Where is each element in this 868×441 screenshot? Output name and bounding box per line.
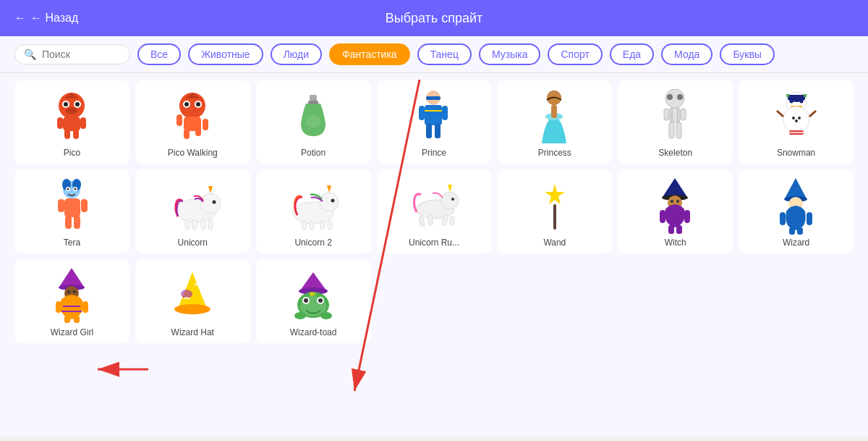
sprite-pico[interactable]: Pico [14, 80, 129, 164]
svg-point-24 [306, 116, 320, 127]
svg-marker-87 [327, 185, 331, 193]
svg-rect-75 [65, 216, 72, 229]
svg-point-39 [667, 94, 673, 100]
header: ← ← Назад Выбрать спрайт [0, 0, 868, 36]
sprite-unicorn-running[interactable]: Unicorn Ru... [377, 169, 492, 253]
sprite-unicorn2-label: Unicorn 2 [294, 238, 331, 248]
sprite-snowman[interactable]: Snowman [739, 80, 854, 164]
sprite-tera[interactable]: Tera [14, 169, 129, 253]
filter-fashion[interactable]: Мода [661, 43, 712, 65]
filter-people[interactable]: Люди [271, 43, 322, 65]
sprite-pico-walking[interactable]: Pico Walking [135, 80, 250, 164]
sprite-wizard[interactable]: Wizard [739, 169, 854, 253]
sprite-unicorn-running-label: Unicorn Ru... [409, 238, 459, 248]
sprite-grid: Pico Pico Walking [14, 80, 854, 343]
sprite-pico-walking-label: Pico Walking [168, 148, 218, 158]
filter-letters[interactable]: Буквы [720, 43, 775, 65]
sprite-potion-image [295, 88, 331, 145]
sprite-snowman-label: Snowman [777, 148, 815, 158]
sprite-princess-label: Princess [538, 148, 571, 158]
svg-rect-130 [74, 316, 80, 323]
svg-rect-128 [82, 301, 88, 313]
svg-point-80 [213, 201, 216, 204]
sprite-wizard-toad-label: Wizard-toad [290, 327, 337, 337]
filter-music[interactable]: Музыка [479, 43, 541, 65]
back-icon: ← [14, 12, 26, 25]
svg-rect-118 [789, 227, 795, 235]
filter-all[interactable]: Все [137, 43, 181, 65]
sprite-wand[interactable]: Wand [497, 169, 612, 253]
svg-marker-120 [59, 268, 84, 287]
svg-line-62 [809, 111, 816, 117]
svg-marker-101 [545, 184, 565, 204]
svg-point-59 [795, 119, 798, 122]
search-input[interactable] [42, 49, 121, 60]
svg-point-40 [677, 94, 683, 100]
sprite-skeleton-image [655, 88, 695, 145]
sprite-wizard-hat[interactable]: Wizard Hat [135, 259, 250, 343]
filter-fantasy[interactable]: Фантастика [329, 43, 410, 65]
svg-rect-98 [428, 215, 433, 225]
svg-point-54 [789, 100, 793, 104]
svg-rect-73 [58, 199, 64, 212]
svg-rect-76 [74, 216, 80, 229]
sprite-tera-image [52, 177, 92, 235]
sprite-wizard-hat-image [171, 266, 214, 324]
svg-point-60 [798, 117, 801, 119]
svg-marker-95 [448, 185, 452, 192]
sprite-pico-walking-image [171, 88, 214, 145]
svg-point-136 [195, 283, 197, 286]
sprite-wand-image [537, 177, 573, 235]
sprite-witch[interactable]: Witch [618, 169, 733, 253]
svg-point-3 [64, 102, 68, 106]
sprite-unicorn[interactable]: Unicorn [135, 169, 250, 253]
svg-rect-116 [780, 212, 786, 225]
back-label: ← Назад [30, 12, 78, 25]
svg-point-58 [792, 117, 795, 119]
back-button[interactable]: ← ← Назад [14, 12, 78, 25]
sprite-wizard-girl[interactable]: Wizard Girl [14, 259, 129, 343]
sprite-unicorn-running-image [405, 177, 463, 235]
svg-rect-21 [184, 129, 190, 139]
sprite-skeleton-label: Skeleton [658, 148, 692, 158]
sprite-princess-image [535, 88, 574, 145]
svg-rect-11 [73, 129, 79, 139]
svg-rect-37 [551, 105, 557, 118]
svg-rect-22 [195, 126, 201, 136]
svg-rect-29 [419, 106, 425, 120]
sprite-wizard-toad[interactable]: Wizard-toad [256, 259, 371, 343]
filter-animals[interactable]: Животные [188, 43, 263, 65]
svg-rect-31 [426, 124, 432, 138]
sprite-pico-label: Pico [64, 148, 80, 158]
svg-rect-45 [664, 109, 669, 120]
sprite-skeleton[interactable]: Skeleton [618, 80, 733, 164]
svg-point-134 [181, 290, 192, 298]
svg-point-86 [320, 193, 339, 211]
svg-rect-27 [426, 96, 441, 100]
sprite-wizard-girl-image [52, 266, 92, 324]
svg-rect-25 [308, 101, 318, 104]
sprite-prince-image [414, 88, 454, 145]
svg-rect-82 [192, 219, 197, 230]
sprite-potion[interactable]: Potion [256, 80, 371, 164]
sprite-unicorn-image [163, 177, 221, 235]
svg-rect-108 [660, 210, 665, 223]
sprite-wand-label: Wand [543, 238, 566, 248]
sprite-unicorn2[interactable]: Unicorn 2 [256, 169, 371, 253]
sprite-pico-image [50, 88, 93, 145]
svg-rect-92 [328, 221, 332, 230]
svg-rect-83 [201, 219, 205, 230]
sprite-princess[interactable]: Princess [497, 80, 612, 164]
svg-rect-81 [185, 219, 190, 230]
svg-rect-72 [64, 198, 80, 217]
svg-rect-51 [788, 95, 805, 99]
filter-dance[interactable]: Танец [417, 43, 472, 65]
svg-point-70 [67, 188, 69, 190]
filter-food[interactable]: Еда [610, 43, 654, 65]
filter-sport[interactable]: Спорт [548, 43, 602, 65]
svg-rect-100 [450, 217, 454, 225]
sprite-prince[interactable]: Prince [377, 80, 492, 164]
svg-marker-79 [208, 186, 213, 193]
search-box[interactable]: 🔍 [14, 44, 130, 64]
svg-point-144 [318, 298, 323, 303]
